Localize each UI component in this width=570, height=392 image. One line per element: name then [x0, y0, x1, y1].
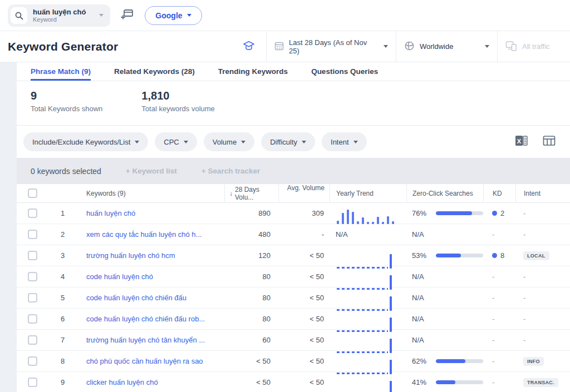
search-value: huấn luyện chó: [33, 8, 86, 16]
add-to-search-tracker-button[interactable]: + Search tracker: [202, 167, 260, 175]
select-all-checkbox[interactable]: [28, 188, 37, 198]
intent-value: -: [523, 294, 525, 302]
avg-volume-value: < 50: [278, 357, 330, 365]
keyword-link[interactable]: code huấn luyện chó chiến đấu: [86, 294, 186, 302]
excel-export-icon: X: [515, 135, 528, 149]
chevron-down-icon: [135, 141, 139, 143]
volume-value: 480: [224, 230, 278, 239]
kd-value: 8: [500, 251, 504, 260]
add-query-button[interactable]: [120, 7, 135, 24]
intent-badge: TRANSAC.: [523, 378, 558, 387]
keyword-link[interactable]: code huấn luyện chó chiến đấu rob...: [86, 315, 205, 323]
column-keywords[interactable]: Keywords (9): [78, 190, 224, 197]
keyword-link[interactable]: xem các quy tắc huấn luyện chó h...: [86, 230, 202, 239]
row-checkbox[interactable]: [28, 314, 37, 324]
filter-label: Volume: [213, 138, 237, 146]
main-area: Phrase Match (9)Related Keywords (28)Tre…: [0, 62, 570, 392]
filter-volume[interactable]: Volume: [204, 132, 254, 151]
chevron-down-icon: [384, 45, 388, 48]
keyword-link[interactable]: chó phú quốc cần huấn luyện ra sao: [86, 357, 203, 365]
column-zero-click[interactable]: Zero-Click Searches: [406, 184, 483, 203]
row-checkbox[interactable]: [28, 293, 37, 302]
zero-click-na: N/A: [412, 336, 424, 344]
table-row: 1huấn luyện chó89030976%2-: [17, 203, 570, 224]
volume-value: < 50: [224, 378, 278, 386]
location-selector[interactable]: Worldwide: [396, 31, 497, 62]
yearly-trend-chart: [330, 376, 406, 392]
volume-value: 80: [224, 272, 278, 281]
filter-label: Intent: [331, 138, 349, 146]
table-row: 7trường huấn luyện chó tân khuyển ...60<…: [17, 330, 570, 351]
keyword-link[interactable]: code huấn luyện chó: [86, 272, 153, 281]
filter-difficulty[interactable]: Difficulty: [261, 132, 315, 151]
zero-click-na: N/A: [412, 230, 424, 239]
chevron-down-icon: [302, 141, 306, 143]
column-kd[interactable]: KD: [483, 184, 515, 203]
intent-value: -: [523, 336, 525, 344]
column-volume[interactable]: ↓28 Days Volu...: [224, 184, 278, 203]
search-engine-button[interactable]: Google: [145, 6, 202, 25]
keyword-link[interactable]: clicker huấn luyện chó: [86, 378, 158, 386]
traffic-label: All traffic: [522, 42, 550, 51]
tutorial-button[interactable]: [243, 31, 266, 62]
avg-volume-value: 309: [278, 209, 330, 217]
date-range-selector[interactable]: Last 28 Days (As of Nov 25): [266, 31, 396, 62]
row-number: 8: [47, 357, 78, 365]
chevron-down-icon: [187, 14, 191, 17]
filter-intent[interactable]: Intent: [322, 132, 367, 151]
chevron-down-icon: [353, 141, 358, 143]
column-yearly-trend: Yearly Trend: [330, 184, 406, 203]
keyword-link[interactable]: trường huấn luyện chó tân khuyển ...: [86, 336, 205, 344]
avg-volume-value: < 50: [278, 336, 330, 344]
tab-related-keywords-28[interactable]: Related Keywords (28): [114, 62, 195, 81]
date-range-label: Last 28 Days (As of Nov 25): [289, 38, 379, 55]
stat-value: 1,810: [141, 90, 215, 102]
row-checkbox[interactable]: [28, 335, 37, 345]
column-avg-volume[interactable]: Avg. Volume: [278, 184, 330, 203]
zero-click-na: N/A: [412, 272, 424, 281]
row-checkbox[interactable]: [28, 272, 37, 281]
intent-value: -: [523, 209, 525, 217]
intent-badge: LOCAL: [523, 251, 549, 260]
intent-value: -: [523, 272, 525, 281]
kd-value: -: [492, 230, 494, 239]
chevron-down-icon: [184, 141, 188, 143]
keyword-link[interactable]: trường huấn luyện chó hcm: [86, 251, 175, 260]
zero-click-na: N/A: [412, 315, 424, 323]
filter-cpc[interactable]: CPC: [155, 132, 196, 151]
yearly-trend-na: N/A: [330, 230, 348, 239]
tab-phrase-match-9[interactable]: Phrase Match (9): [31, 62, 91, 81]
filter-include-exclude-keywords-list[interactable]: Include/Exclude Keywords/List: [23, 132, 148, 151]
kd-dot-icon: [492, 253, 497, 258]
manage-columns-button[interactable]: [543, 135, 556, 148]
avg-volume-value: < 50: [278, 378, 330, 386]
kd-value: -: [492, 272, 494, 281]
stat-total-keywords-volume: 1,810Total keywords volume: [141, 90, 215, 125]
kd-value: -: [492, 378, 494, 386]
volume-value: 120: [224, 251, 278, 260]
table-row: 4code huấn luyện chó80< 50N/A--: [17, 266, 570, 287]
yearly-trend-chart: [330, 250, 406, 269]
filter-label: Difficulty: [270, 138, 297, 146]
row-checkbox[interactable]: [28, 230, 37, 239]
volume-value: 80: [224, 294, 278, 302]
zero-click-na: N/A: [412, 294, 424, 302]
row-checkbox[interactable]: [28, 378, 37, 387]
keyword-search-selector[interactable]: huấn luyện chó Keyword: [8, 4, 110, 27]
location-label: Worldwide: [420, 42, 453, 51]
devices-icon: [505, 41, 517, 53]
row-checkbox[interactable]: [28, 251, 37, 260]
keyword-link[interactable]: huấn luyện chó: [86, 209, 135, 217]
tab-trending-keywords[interactable]: Trending Keywords: [218, 62, 288, 81]
volume-value: 80: [224, 315, 278, 323]
svg-text:X: X: [517, 138, 522, 145]
add-to-keyword-list-button[interactable]: + Keyword list: [126, 167, 177, 175]
page-header: Keyword Generator Last 28 Days (As of No…: [0, 31, 570, 62]
row-checkbox[interactable]: [28, 209, 37, 218]
row-number: 3: [47, 251, 78, 260]
row-checkbox[interactable]: [28, 356, 37, 366]
tab-questions-queries[interactable]: Questions Queries: [311, 62, 378, 81]
column-intent[interactable]: Intent: [515, 184, 570, 203]
table-columns-icon: [543, 135, 556, 148]
export-excel-button[interactable]: X: [515, 135, 528, 149]
